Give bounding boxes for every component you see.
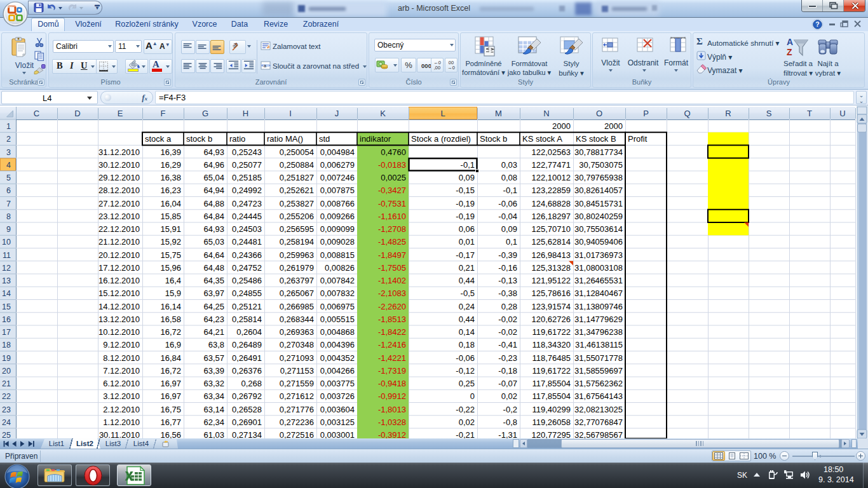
svg-text:31,46138115: 31,46138115 (575, 340, 623, 349)
svg-text:0,03: 0,03 (501, 160, 517, 170)
svg-text:0,25243: 0,25243 (232, 147, 262, 157)
svg-text:64,93: 64,93 (203, 147, 224, 157)
svg-text:30.11.2010: 30.11.2010 (99, 430, 140, 438)
svg-text:0,006975: 0,006975 (320, 302, 355, 311)
svg-text:15,96: 15,96 (160, 263, 181, 273)
svg-text:120,62726: 120,62726 (532, 315, 571, 324)
svg-text:126,98413: 126,98413 (532, 250, 571, 260)
svg-text:-0,19: -0,19 (456, 212, 475, 221)
svg-text:-1,7319: -1,7319 (378, 366, 406, 376)
svg-text:0,25121: 0,25121 (232, 302, 262, 311)
svg-text:30,75503614: 30,75503614 (574, 224, 623, 234)
svg-text:22.12.2010: 22.12.2010 (98, 224, 140, 234)
svg-text:0,06: 0,06 (459, 224, 475, 234)
svg-text:0,003775: 0,003775 (320, 379, 355, 388)
svg-text:64,88: 64,88 (203, 199, 224, 208)
svg-text:0,005515: 0,005515 (320, 315, 355, 324)
svg-text:32,08213025: 32,08213025 (574, 405, 623, 414)
svg-text:118,34320: 118,34320 (532, 340, 571, 349)
svg-text:31,58559697: 31,58559697 (574, 366, 623, 376)
svg-text:16,23: 16,23 (160, 186, 181, 195)
svg-text:-0,7531: -0,7531 (378, 199, 406, 208)
svg-text:8.12.2010: 8.12.2010 (103, 353, 140, 363)
svg-text:J: J (335, 109, 339, 118)
svg-text:6: 6 (6, 186, 11, 195)
svg-text:5: 5 (6, 173, 11, 182)
svg-text:0,256595: 0,256595 (280, 224, 314, 234)
svg-text:0,26901: 0,26901 (232, 417, 262, 427)
svg-text:0,25077: 0,25077 (232, 160, 262, 170)
svg-text:E: E (118, 109, 123, 118)
svg-text:A: A (787, 37, 793, 47)
svg-text:-1,8013: -1,8013 (378, 405, 406, 414)
svg-text:14.12.2010: 14.12.2010 (98, 302, 140, 311)
svg-text:63,57: 63,57 (203, 353, 224, 363)
svg-text:29.12.2010: 29.12.2010 (98, 173, 140, 182)
svg-text:-1,4221: -1,4221 (378, 353, 406, 363)
svg-text:std: std (319, 134, 330, 144)
svg-text:31,13809746: 31,13809746 (574, 302, 623, 311)
svg-text:64,21: 64,21 (203, 327, 224, 337)
svg-text:0,007875: 0,007875 (320, 186, 355, 195)
svg-text:0,02: 0,02 (501, 391, 517, 401)
svg-text:-2,1083: -2,1083 (378, 288, 406, 298)
svg-text:15,92: 15,92 (160, 237, 181, 247)
svg-text:28.12.2010: 28.12.2010 (98, 186, 140, 195)
svg-text:0,44: 0,44 (459, 276, 475, 285)
svg-text:-0,5: -0,5 (461, 288, 475, 298)
svg-text:119,40299: 119,40299 (532, 405, 571, 414)
svg-text:0,268344: 0,268344 (280, 315, 314, 324)
svg-text:9: 9 (6, 225, 11, 234)
svg-text:0,252621: 0,252621 (280, 186, 314, 195)
svg-text:0,268: 0,268 (241, 379, 262, 388)
svg-text:-1,31: -1,31 (498, 430, 517, 438)
svg-text:0,26528: 0,26528 (232, 405, 262, 414)
svg-text:31.12.2010: 31.12.2010 (98, 147, 140, 157)
svg-text:120,77295: 120,77295 (532, 430, 571, 438)
svg-text:11: 11 (3, 251, 11, 260)
svg-text:12: 12 (2, 264, 11, 273)
svg-text:-0,06: -0,06 (498, 199, 517, 208)
svg-text:64,93: 64,93 (203, 224, 224, 234)
svg-text:0,26491: 0,26491 (232, 353, 262, 363)
svg-text:-0,02: -0,02 (498, 327, 517, 337)
svg-text:63,39: 63,39 (203, 366, 224, 376)
svg-text:63,32: 63,32 (203, 379, 224, 388)
svg-text:0,004868: 0,004868 (320, 327, 355, 337)
svg-text:-0,38: -0,38 (498, 288, 517, 298)
svg-text:14: 14 (2, 289, 11, 298)
svg-text:stock a: stock a (145, 134, 172, 144)
svg-text:0,265067: 0,265067 (280, 288, 314, 298)
svg-text:-0,3912: -0,3912 (378, 430, 406, 438)
svg-text:10: 10 (2, 238, 11, 247)
svg-text:125,31328: 125,31328 (532, 263, 571, 273)
svg-text:0,24366: 0,24366 (232, 250, 262, 260)
svg-text:0,25814: 0,25814 (232, 315, 262, 324)
svg-text:15.12.2010: 15.12.2010 (98, 288, 140, 298)
svg-text:P: P (643, 109, 649, 118)
svg-text:0,008766: 0,008766 (320, 199, 355, 208)
svg-text:0,08: 0,08 (501, 173, 517, 182)
svg-text:0,271559: 0,271559 (280, 379, 314, 388)
svg-text:-0,1: -0,1 (461, 160, 475, 170)
svg-text:0,003001: 0,003001 (320, 430, 355, 438)
svg-text:16,97: 16,97 (160, 379, 181, 388)
svg-text:0,004266: 0,004266 (320, 366, 355, 376)
svg-text:31,67564143: 31,67564143 (574, 391, 623, 401)
svg-text:63,8: 63,8 (208, 340, 224, 349)
svg-text:0,007832: 0,007832 (320, 288, 355, 298)
svg-text:-0,3427: -0,3427 (378, 186, 406, 195)
svg-text:-0,1: -0,1 (503, 186, 517, 195)
svg-text:4: 4 (6, 161, 11, 170)
svg-text:2000: 2000 (604, 121, 623, 131)
svg-text:0,21: 0,21 (459, 263, 475, 273)
svg-text:31,12840467: 31,12840467 (574, 288, 623, 298)
svg-text:-1,1402: -1,1402 (378, 276, 406, 285)
svg-text:122,02563: 122,02563 (532, 147, 571, 157)
svg-text:G: G (202, 109, 208, 118)
svg-text:123,91574: 123,91574 (532, 302, 571, 311)
svg-text:17.12.2010: 17.12.2010 (98, 263, 140, 273)
svg-text:0,09: 0,09 (501, 224, 517, 234)
svg-text:0,009028: 0,009028 (320, 237, 355, 247)
svg-text:-1,2708: -1,2708 (378, 224, 406, 234)
